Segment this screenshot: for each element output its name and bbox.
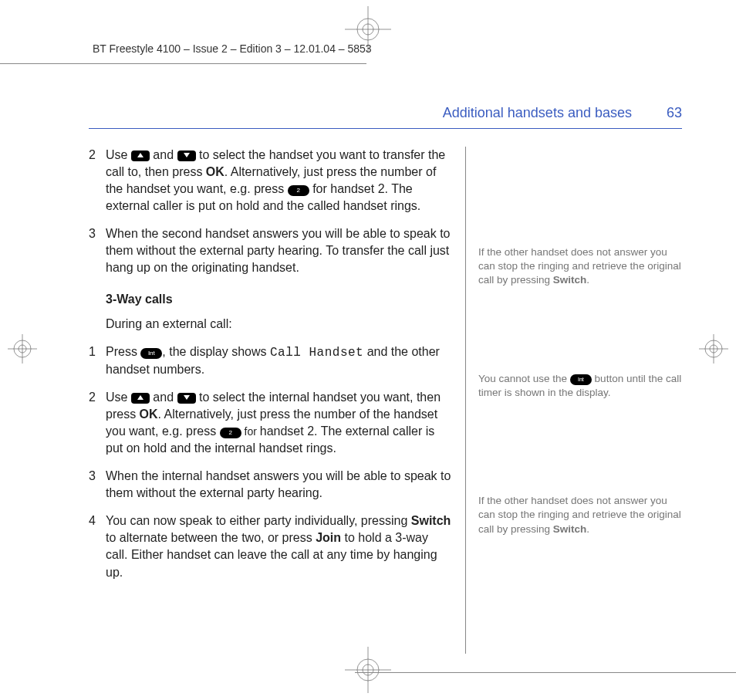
crop-mark-left	[8, 334, 37, 367]
ok-label: OK	[140, 407, 158, 421]
step-number: 1	[89, 343, 106, 378]
step-number: 2	[89, 147, 106, 215]
content-area: 2 Use and to select the handset you want…	[89, 147, 682, 654]
step-3b: 3 When the internal handset answers you …	[89, 468, 451, 502]
step-body: Use and to select the handset you want t…	[106, 147, 451, 215]
step-number: 2	[89, 389, 106, 457]
side-note-3: If the other handset does not answer you…	[478, 494, 682, 536]
document-meta: BT Freestyle 4100 – Issue 2 – Edition 3 …	[93, 42, 372, 55]
svg-marker-19	[184, 395, 190, 400]
crop-mark-bottom	[345, 647, 391, 696]
step-number: 3	[89, 225, 106, 276]
up-key-icon	[131, 393, 150, 404]
down-key-icon	[177, 150, 196, 161]
header-rule	[89, 128, 682, 129]
step-body: When the second handset answers you will…	[106, 225, 451, 276]
step-body: Press Int, the display shows Call Handse…	[106, 343, 451, 378]
side-note-2: You cannot use the Int button until the …	[478, 372, 682, 400]
display-text: Call Handset	[270, 346, 363, 360]
step-1: 1 Press Int, the display shows Call Hand…	[89, 343, 451, 378]
intro-text: During an external call:	[106, 316, 451, 333]
step-body: You can now speak to either party indivi…	[106, 512, 451, 580]
svg-marker-16	[137, 153, 143, 157]
step-number: 3	[89, 468, 106, 502]
section-title: Additional handsets and bases	[443, 105, 632, 120]
step-3: 3 When the second handset answers you wi…	[89, 225, 451, 276]
page-header: Additional handsets and bases 63	[443, 105, 682, 121]
step-number: 4	[89, 512, 106, 580]
switch-label: Switch	[553, 523, 587, 535]
step-4: 4 You can now speak to either party indi…	[89, 512, 451, 580]
int-key-icon: Int	[570, 374, 592, 385]
footer-trim-line	[355, 672, 736, 673]
subheading: 3-Way calls	[106, 291, 451, 308]
int-key-icon: Int	[140, 348, 162, 359]
down-key-icon	[177, 393, 196, 404]
page-number: 63	[667, 105, 682, 120]
step-body: Use and to select the internal handset y…	[106, 389, 451, 457]
ok-label: OK	[206, 165, 225, 178]
main-column: 2 Use and to select the handset you want…	[89, 147, 466, 654]
svg-marker-18	[137, 395, 143, 400]
join-label: Join	[316, 531, 341, 544]
switch-label: Switch	[553, 274, 587, 286]
header-trim-line	[0, 63, 366, 64]
switch-label: Switch	[411, 514, 451, 527]
crop-mark-right	[699, 334, 728, 367]
svg-marker-17	[184, 153, 190, 157]
side-column: If the other handset does not answer you…	[466, 147, 682, 654]
key-2-icon: 2	[220, 428, 241, 438]
key-2-icon: 2	[288, 185, 309, 196]
step-2b: 2 Use and to select the internal handset…	[89, 389, 451, 457]
up-key-icon	[131, 150, 150, 161]
step-body: When the internal handset answers you wi…	[106, 468, 451, 502]
side-note-1: If the other handset does not answer you…	[478, 245, 682, 288]
step-2: 2 Use and to select the handset you want…	[89, 147, 451, 215]
